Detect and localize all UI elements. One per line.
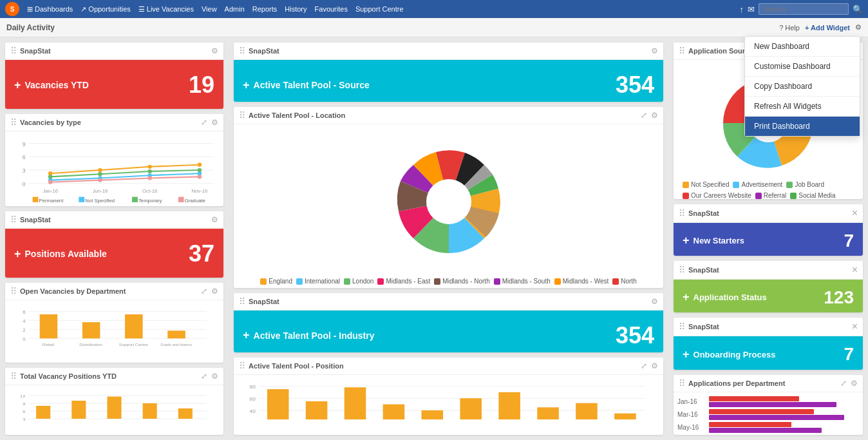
svg-point-10 [147, 164, 152, 168]
widget-header: ⠿ SnapStat × [674, 261, 863, 280]
plus-icon: + [243, 79, 250, 92]
search-icon[interactable]: 🔍 [853, 5, 863, 14]
svg-rect-78 [498, 392, 520, 419]
svg-point-18 [147, 169, 152, 173]
nav-live-vacancies[interactable]: ☰ Live Vacancies [138, 5, 194, 14]
top-navigation: S ⊞ Dashboards ↗ Opportunities ☰ Live Va… [0, 0, 868, 18]
svg-point-9 [98, 167, 102, 171]
widget-header: ⠿ SnapStat ⚙ [5, 211, 223, 229]
upload-icon[interactable]: ↑ [740, 5, 744, 14]
new-starters-widget: ⠿ SnapStat × + New Starters 7 [674, 204, 863, 256]
gear-icon[interactable]: ⚙ [651, 297, 658, 306]
gear-icon[interactable]: ⚙ [211, 372, 218, 381]
legend-england: England [260, 278, 292, 285]
pie-chart-area: England International London Midlands - … [234, 124, 663, 288]
svg-rect-72 [267, 389, 289, 419]
widget-header: ⠿ SnapStat ⚙ [5, 43, 223, 60]
svg-point-23 [198, 175, 202, 178]
svg-point-22 [147, 176, 152, 180]
pie-legend: Not Specified Advertisement Job Board Ou… [679, 181, 858, 199]
expand-icon[interactable]: ⤢ [840, 379, 847, 388]
svg-text:Grads and Interns: Grads and Interns [160, 343, 192, 346]
menu-copy-dashboard[interactable]: Copy Dashboard [745, 77, 860, 97]
widget-header: ⠿ SnapStat × [674, 318, 863, 336]
legend-midlands-west: Midlands - West [554, 278, 609, 285]
gear-icon[interactable]: ⚙ [851, 379, 858, 388]
bar-chart: 12 9 6 3 [5, 385, 223, 435]
gear-icon[interactable]: ⚙ [211, 215, 218, 224]
open-vacancies-dept-widget: ⠿ Open Vacancies by Department ⤢ ⚙ 6 4 2 [5, 283, 223, 363]
gear-icon[interactable]: ⚙ [211, 46, 218, 55]
expand-icon[interactable]: ⤢ [201, 287, 207, 296]
page-title: Daily Activity [6, 23, 55, 32]
active-talent-industry-stat: + Active Talent Pool - Industry 354 [234, 311, 663, 352]
plus-icon: + [243, 329, 250, 342]
svg-point-65 [426, 179, 471, 224]
nav-support[interactable]: Support Centre [355, 5, 404, 13]
help-button[interactable]: ? Help [779, 24, 800, 32]
close-icon[interactable]: × [852, 321, 858, 332]
legend-north: North [612, 278, 636, 285]
mail-icon[interactable]: ✉ [748, 5, 755, 14]
expand-icon[interactable]: ⤢ [201, 118, 207, 127]
svg-text:Permanent: Permanent [39, 198, 64, 204]
drag-icon: ⠿ [10, 117, 17, 128]
menu-customise-dashboard[interactable]: Customise Dashboard [745, 57, 860, 77]
gear-icon[interactable]: ⚙ [211, 287, 218, 296]
expand-icon[interactable]: ⤢ [201, 372, 207, 381]
gear-icon[interactable]: ⚙ [651, 46, 658, 55]
nav-history[interactable]: History [285, 5, 307, 13]
sub-bar: Daily Activity ? Help + Add Widget ⚙ [0, 18, 868, 37]
nav-favourites[interactable]: Favourites [315, 5, 348, 13]
svg-rect-77 [460, 398, 482, 419]
svg-text:3: 3 [23, 417, 26, 421]
onboarding-process-stat: + Onboarding Process 7 [674, 336, 863, 369]
svg-text:80: 80 [250, 385, 256, 390]
drag-icon: ⠿ [679, 265, 685, 275]
dept-row-may: May-16 [677, 422, 859, 433]
nav-reports[interactable]: Reports [252, 5, 278, 13]
nav-opportunities[interactable]: ↗ Opportunities [80, 5, 130, 14]
drag-icon: ⠿ [10, 215, 17, 225]
settings-button[interactable]: ⚙ [855, 23, 862, 32]
drag-icon: ⠿ [10, 286, 17, 296]
legend-midlands-east: Midlands - East [377, 278, 430, 285]
drag-icon: ⠿ [679, 208, 685, 218]
svg-point-20 [48, 180, 53, 184]
expand-icon[interactable]: ⤢ [641, 361, 647, 370]
svg-text:4: 4 [23, 319, 25, 323]
svg-point-21 [98, 178, 102, 182]
widget-header: ⠿ SnapStat ⚙ [234, 43, 663, 60]
left-column: ⠿ SnapStat ⚙ + Vacancies YTD 19 ⠿ Vacanc… [0, 37, 229, 440]
nav-view[interactable]: View [202, 5, 217, 13]
gear-icon[interactable]: ⚙ [651, 111, 658, 120]
menu-new-dashboard[interactable]: New Dashboard [745, 37, 860, 57]
svg-text:0: 0 [23, 181, 26, 187]
gear-icon[interactable]: ⚙ [211, 118, 218, 127]
expand-icon[interactable]: ⤢ [641, 111, 647, 120]
legend-international: International [296, 278, 340, 285]
nav-admin[interactable]: Admin [225, 5, 245, 13]
svg-text:Nov-16: Nov-16 [191, 188, 207, 194]
svg-text:6: 6 [23, 410, 26, 414]
legend-our-careers: Our Careers Website [683, 192, 751, 199]
gear-icon[interactable]: ⚙ [651, 361, 658, 370]
widget-header: ⠿ SnapStat × [674, 204, 863, 223]
svg-rect-62 [107, 396, 121, 418]
svg-rect-32 [132, 196, 138, 202]
plus-icon: + [683, 234, 690, 247]
svg-rect-30 [79, 196, 84, 202]
close-icon[interactable]: × [852, 207, 858, 219]
widget-header: ⠿ Active Talent Pool - Location ⤢ ⚙ [234, 107, 663, 124]
menu-refresh-all[interactable]: Refresh All Widgets [745, 97, 860, 117]
widget-header: ⠿ SnapStat ⚙ [234, 293, 663, 311]
nav-dashboards[interactable]: ⊞ Dashboards [27, 5, 73, 14]
menu-print-dashboard[interactable]: Print Dashboard [745, 117, 860, 136]
close-icon[interactable]: × [852, 264, 858, 276]
drag-icon: ⠿ [679, 321, 685, 332]
plus-icon: + [683, 348, 690, 361]
svg-point-16 [48, 175, 53, 178]
add-widget-button[interactable]: + Add Widget [805, 24, 850, 32]
search-input[interactable] [759, 3, 849, 15]
total-vacancy-positions-widget: ⠿ Total Vacancy Positions YTD ⤢ ⚙ 12 9 6 [5, 368, 223, 435]
